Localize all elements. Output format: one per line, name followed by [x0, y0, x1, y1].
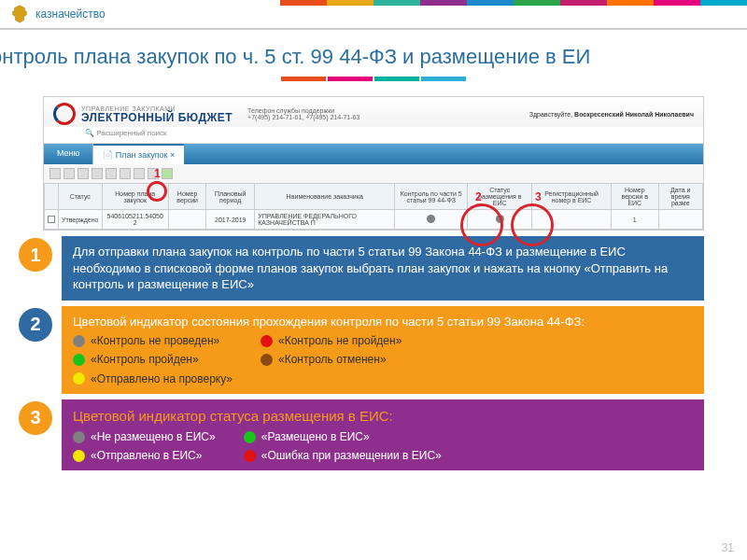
- legend-label: «Контроль отменен»: [278, 352, 387, 367]
- annotation-number-3: 3: [535, 190, 542, 203]
- coat-of-arms-icon: [9, 4, 30, 24]
- status-dot-icon: [244, 431, 256, 443]
- legend-label: «Контроль не проведен»: [91, 333, 219, 348]
- step-3: 3 Цветовой индикатор статуса размещения …: [19, 399, 704, 471]
- app-greeting: Здравствуйте, Воскресенский Николай Нико…: [529, 111, 694, 118]
- step-1: 1 Для отправки плана закупок на контроль…: [19, 236, 704, 301]
- app-logo-icon: [53, 103, 76, 125]
- legend-label: «Контроль пройден»: [91, 352, 199, 367]
- legend-item: «Контроль не пройден»: [261, 333, 402, 348]
- page-number: 31: [722, 541, 734, 554]
- col-status: Статус: [59, 184, 103, 210]
- toolbar-send-to-eis[interactable]: [162, 168, 173, 179]
- ctrl-dot: [427, 215, 435, 223]
- step-1-body: Для отправки плана закупок на контроль п…: [62, 236, 704, 301]
- toolbar-btn[interactable]: [120, 168, 131, 179]
- col-customer: Наименование заказчика: [255, 184, 395, 210]
- legend-item: «Контроль пройден»: [73, 352, 233, 367]
- legend-label: «Не размещено в ЕИС»: [91, 429, 216, 444]
- status-dot-icon: [73, 450, 85, 462]
- legend-item: «Размещено в ЕИС»: [244, 429, 442, 444]
- annotation-number-2: 2: [475, 190, 482, 203]
- app-toolbar: [44, 164, 703, 183]
- legend-item: «Контроль отменен»: [261, 352, 402, 367]
- col-date: Дата и время разме: [658, 184, 702, 210]
- step-3-body: Цветовой индикатор статуса размещения в …: [62, 399, 704, 471]
- toolbar-btn[interactable]: [78, 168, 89, 179]
- annotation-circle-3: [511, 203, 554, 246]
- step-3-title: Цветовой индикатор статуса размещения в …: [73, 407, 693, 426]
- legend-item: «Контроль не проведен»: [73, 333, 233, 348]
- legend-label: «Отправлено в ЕИС»: [91, 448, 202, 463]
- status-dot-icon: [73, 354, 85, 366]
- status-dot-icon: [244, 450, 256, 462]
- col-eis-ver: Номер версии в ЕИС: [612, 184, 659, 210]
- legend-label: «Размещено в ЕИС»: [261, 429, 370, 444]
- col-period: Плановый период: [206, 184, 255, 210]
- legend-label: «Отправлено на проверку»: [91, 371, 233, 386]
- app-search[interactable]: 🔍 Расширенный поиск: [44, 127, 703, 144]
- status-dot-icon: [261, 335, 273, 347]
- step-number: 2: [19, 308, 52, 342]
- col-reg: Регистрационный номер в ЕИС: [532, 184, 612, 210]
- col-ctrl: Контроль по части 5 статьи 99 44-ФЗ: [395, 184, 468, 210]
- legend-label: «Контроль не пройден»: [278, 333, 402, 348]
- toolbar-btn[interactable]: [63, 168, 75, 179]
- page-title: онтроль плана закупок по ч. 5 ст. 99 44-…: [0, 45, 747, 69]
- step-number: 1: [19, 238, 52, 272]
- legend-item: «Отправлено в ЕИС»: [73, 448, 216, 463]
- org-name: казначейство: [35, 7, 106, 21]
- annotation-circle-1: [147, 181, 167, 202]
- annotation-number-1: 1: [154, 167, 161, 180]
- legend-label: «Ошибка при размещении в ЕИС»: [261, 448, 442, 463]
- legend-item: «Отправлено на проверку»: [73, 371, 233, 386]
- step-2-body: Цветовой индикатор состояния прохождения…: [62, 306, 704, 394]
- rainbow-bar: [280, 0, 747, 6]
- toolbar-btn[interactable]: [92, 168, 103, 179]
- step-number: 3: [19, 401, 52, 435]
- plans-table: Статус Номер плана закупок Номер версии …: [44, 183, 703, 230]
- col-ver: Номер версии: [168, 184, 205, 210]
- tab-plan[interactable]: 📄 План закупок ×: [93, 144, 184, 164]
- toolbar-btn[interactable]: [49, 168, 61, 179]
- app-title: ЭЛЕКТРОННЫЙ БЮДЖЕТ: [81, 112, 233, 123]
- legend-item: «Не размещено в ЕИС»: [73, 429, 216, 444]
- menu-button[interactable]: Меню: [44, 144, 93, 164]
- annotation-circle-2: [460, 203, 503, 246]
- app-phone: Телефон службы поддержки +7(495) 214-71-…: [247, 107, 359, 120]
- status-dot-icon: [73, 372, 85, 385]
- step-2: 2 Цветовой индикатор состояния прохожден…: [19, 306, 704, 394]
- legend-item: «Ошибка при размещении в ЕИС»: [244, 448, 442, 463]
- table-row[interactable]: Утверждено 5406105211.54050 2 2017-2019 …: [45, 210, 703, 230]
- status-dot-icon: [73, 431, 85, 443]
- status-dot-icon: [261, 354, 273, 366]
- status-dot-icon: [73, 335, 85, 347]
- toolbar-btn[interactable]: [106, 168, 117, 179]
- step-2-title: Цветовой индикатор состояния прохождения…: [73, 314, 693, 330]
- mini-rainbow: [0, 77, 747, 81]
- embedded-screenshot: УПРАВЛЕНИЕ ЗАКУПКАМИ ЭЛЕКТРОННЫЙ БЮДЖЕТ …: [43, 96, 704, 231]
- toolbar-btn[interactable]: [134, 168, 145, 179]
